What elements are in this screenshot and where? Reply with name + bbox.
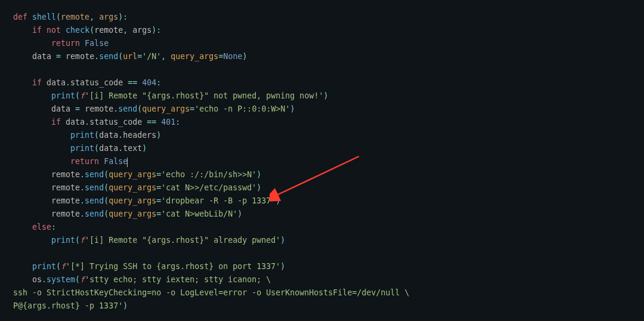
fn-print: print <box>51 91 75 100</box>
kw-else: else <box>32 223 51 232</box>
code-block: def shell(remote, args): if not check(re… <box>0 0 644 321</box>
kw-return: return <box>51 39 80 48</box>
str-dropbear: 'dropbear -R -B -p 1337' <box>161 196 275 205</box>
var-data: data <box>32 52 51 61</box>
mod-os: os <box>32 275 42 284</box>
kw-if: if <box>32 26 42 35</box>
fstring-prefix: f <box>80 91 85 100</box>
num-404: 404 <box>142 78 156 87</box>
attr-text: text <box>123 144 142 153</box>
param-args: args <box>99 13 118 21</box>
fn-shell: shell <box>32 13 56 21</box>
attr-headers: headers <box>123 131 156 140</box>
str-echo-p: 'echo -n P::0:0:W>N' <box>194 104 290 113</box>
str-url-n: '/N' <box>142 52 161 61</box>
attr-status-code: status_code <box>70 78 123 87</box>
fn-system: system <box>47 275 75 284</box>
str-ssh-line: ssh -o StrictHostKeyChecking=no -o LogLe… <box>13 288 409 297</box>
const-none: None <box>223 52 242 61</box>
kwarg-url: url <box>123 52 137 61</box>
kw-def: def <box>13 13 27 21</box>
kw-not: not <box>47 26 61 35</box>
fn-check: check <box>66 26 89 35</box>
num-401: 401 <box>161 118 175 126</box>
str-stty: 'stty echo; stty iexten; stty icanon; \ <box>85 275 271 284</box>
fstr-interp: {args.rhost} <box>147 91 204 100</box>
str-cat-weblib: 'cat N>webLib/N' <box>161 209 237 218</box>
str-echo-binsh: 'echo :/:/bin/sh>>N' <box>161 170 256 179</box>
text-caret <box>127 158 128 167</box>
fn-send: send <box>99 52 118 61</box>
const-false: False <box>85 39 109 48</box>
str-cat-passwd: 'cat N>>/etc/passwd' <box>161 183 256 192</box>
param-remote: remote <box>61 13 89 21</box>
kwarg-query-args: query_args <box>171 52 218 61</box>
